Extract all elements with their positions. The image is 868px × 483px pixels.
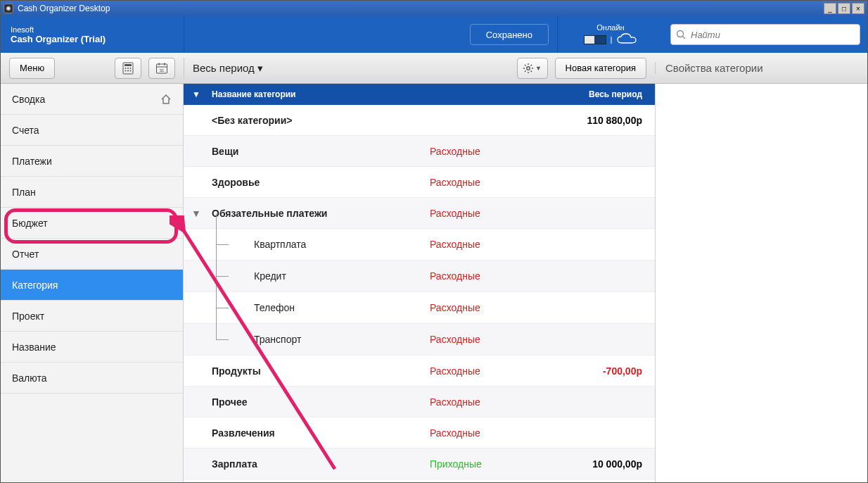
tree-line <box>209 292 251 323</box>
row-amount: 110 880,00р <box>556 115 655 126</box>
row-name: Транспорт <box>251 334 430 345</box>
table-row[interactable]: <Без категории>110 880,00р <box>184 105 655 136</box>
tree-line <box>209 229 251 260</box>
search-input[interactable] <box>670 24 860 45</box>
sidebar-item-label: Проект <box>12 310 44 322</box>
company-label: Inesoft <box>11 25 174 34</box>
maximize-button[interactable]: □ <box>838 3 850 14</box>
calculator-icon <box>122 62 134 75</box>
collapse-all-toggle[interactable]: ▼ <box>184 89 209 99</box>
svg-point-15 <box>527 66 530 69</box>
sidebar-item-7[interactable]: Проект <box>1 301 183 332</box>
column-name[interactable]: Название категории <box>209 89 430 99</box>
sidebar-item-6[interactable]: Категория <box>1 270 183 301</box>
gear-icon <box>523 63 534 74</box>
online-toggle[interactable] <box>584 35 606 44</box>
sidebar-item-label: Платежи <box>12 156 52 167</box>
tree-line <box>209 261 251 291</box>
category-table: ▼ Название категории Весь период <Без ка… <box>184 84 655 482</box>
window-title: Cash Organizer Desktop <box>18 4 824 13</box>
sidebar-item-4[interactable]: Бюджет <box>1 208 183 239</box>
table-row[interactable]: ТелефонРасходные <box>184 292 655 324</box>
row-name: Продукты <box>209 365 430 377</box>
close-button[interactable]: × <box>852 3 864 14</box>
svg-line-23 <box>531 65 532 66</box>
online-label: Онлайн <box>596 23 624 32</box>
row-type: Расходные <box>430 146 556 157</box>
row-type: Расходные <box>430 396 556 408</box>
row-type: Расходные <box>430 334 556 345</box>
table-row[interactable]: КвартплатаРасходные <box>184 229 655 261</box>
row-type: Расходные <box>430 270 556 282</box>
row-toggle[interactable]: ▼ <box>184 208 209 219</box>
sidebar-item-8[interactable]: Название <box>1 332 183 363</box>
row-name: Телефон <box>251 302 430 313</box>
table-row[interactable]: РазвлеченияРасходные <box>184 418 655 448</box>
sidebar-item-label: Отчет <box>12 249 39 260</box>
row-type: Расходные <box>430 208 556 219</box>
sidebar-item-2[interactable]: Платежи <box>1 146 183 177</box>
row-name: Обязательные платежи <box>209 208 430 219</box>
sidebar-item-3[interactable]: План <box>1 177 183 208</box>
row-name: Зарплата <box>209 458 430 470</box>
sidebar-item-label: Категория <box>12 280 58 291</box>
sidebar-item-1[interactable]: Счета <box>1 115 183 146</box>
product-label: Cash Organizer (Trial) <box>11 34 174 44</box>
svg-text:31: 31 <box>160 68 165 73</box>
svg-line-20 <box>525 65 526 66</box>
menu-button[interactable]: Меню <box>9 58 55 79</box>
sidebar-item-0[interactable]: Сводка <box>1 84 183 115</box>
sidebar-item-label: Название <box>12 341 56 353</box>
home-icon <box>160 94 172 104</box>
row-type: Расходные <box>430 177 556 188</box>
table-row[interactable]: КредитРасходные <box>184 261 655 292</box>
cloud-icon <box>616 33 637 46</box>
divider: | <box>611 35 613 44</box>
table-row[interactable]: ЗдоровьеРасходные <box>184 167 655 198</box>
saved-button[interactable]: Сохранено <box>470 24 549 45</box>
calculator-button[interactable] <box>115 58 141 79</box>
sidebar-item-9[interactable]: Валюта <box>1 363 183 394</box>
table-row[interactable]: ПродуктыРасходные-700,00р <box>184 356 655 387</box>
sidebar-item-label: Сводка <box>12 94 45 105</box>
sidebar-item-label: План <box>12 187 36 198</box>
chevron-down-icon: ▼ <box>535 65 542 72</box>
calendar-icon: 31 <box>155 62 168 75</box>
period-dropdown[interactable]: Весь период ▾ <box>193 62 263 75</box>
sidebar-item-label: Бюджет <box>12 218 48 229</box>
svg-line-1 <box>683 37 686 39</box>
table-row[interactable]: ТранспортРасходные <box>184 324 655 356</box>
table-row[interactable]: ЗарплатаПриходные10 000,00р <box>184 448 655 479</box>
header-band: Inesoft Cash Organizer (Trial) Сохранено… <box>1 16 867 53</box>
svg-rect-3 <box>125 64 132 66</box>
new-category-button[interactable]: Новая категория <box>555 58 646 79</box>
row-name: Здоровье <box>209 177 430 188</box>
row-name: Вещи <box>209 146 430 157</box>
row-type: Расходные <box>430 302 556 313</box>
table-row[interactable]: ▼Обязательные платежиРасходные <box>184 198 655 229</box>
sidebar-item-5[interactable]: Отчет <box>1 239 183 270</box>
row-amount: -700,00р <box>556 365 655 377</box>
details-title: Свойства категории <box>665 62 763 74</box>
row-type: Приходные <box>430 458 556 470</box>
svg-line-22 <box>525 70 526 72</box>
row-amount: 10 000,00р <box>556 458 655 470</box>
sidebar: СводкаСчетаПлатежиПланБюджетОтчетКатегор… <box>1 84 184 482</box>
minimize-button[interactable]: _ <box>824 3 836 14</box>
titlebar: Cash Organizer Desktop _ □ × <box>1 1 867 16</box>
svg-point-6 <box>130 68 132 69</box>
svg-point-0 <box>677 31 684 37</box>
table-row[interactable]: ПрочееРасходные <box>184 387 655 418</box>
period-label: Весь период <box>193 62 255 74</box>
calendar-button[interactable]: 31 <box>148 58 175 79</box>
column-period[interactable]: Весь период <box>556 89 655 99</box>
brand-block: Inesoft Cash Organizer (Trial) <box>1 16 184 53</box>
sidebar-item-label: Счета <box>12 125 39 136</box>
settings-dropdown[interactable]: ▼ <box>517 58 548 79</box>
svg-point-4 <box>125 68 127 69</box>
row-name: Кредит <box>251 270 430 282</box>
table-row[interactable]: ВещиРасходные <box>184 136 655 167</box>
online-block: Онлайн | <box>558 16 663 53</box>
details-pane <box>655 84 867 482</box>
table-header: ▼ Название категории Весь период <box>184 84 655 105</box>
